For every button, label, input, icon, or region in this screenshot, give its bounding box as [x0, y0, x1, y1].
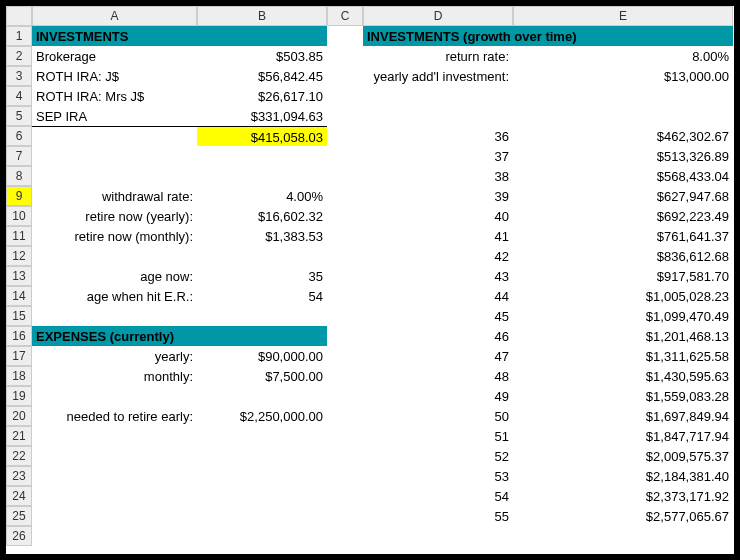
cell[interactable]	[32, 306, 197, 326]
growth-val[interactable]: $2,577,065.67	[513, 506, 733, 526]
growth-age[interactable]: 38	[363, 166, 513, 186]
cell[interactable]	[327, 46, 363, 66]
row-header-20[interactable]: 20	[6, 406, 32, 426]
row-header-10[interactable]: 10	[6, 206, 32, 226]
label-roth-j[interactable]: ROTH IRA: J$	[32, 66, 197, 86]
cell[interactable]	[327, 66, 363, 86]
cell[interactable]	[32, 526, 197, 546]
cell[interactable]	[32, 146, 197, 166]
growth-val[interactable]: $1,099,470.49	[513, 306, 733, 326]
cell[interactable]	[197, 306, 327, 326]
val-roth-j[interactable]: $56,842.45	[197, 66, 327, 86]
col-header-E[interactable]: E	[513, 6, 733, 26]
cell[interactable]	[327, 366, 363, 386]
cell[interactable]	[327, 146, 363, 166]
row-header-23[interactable]: 23	[6, 466, 32, 486]
row-header-14[interactable]: 14	[6, 286, 32, 306]
label-age-now[interactable]: age now:	[32, 266, 197, 286]
row-header-18[interactable]: 18	[6, 366, 32, 386]
growth-val[interactable]: $1,201,468.13	[513, 326, 733, 346]
cell[interactable]	[327, 166, 363, 186]
growth-val[interactable]: $513,326.89	[513, 146, 733, 166]
cell[interactable]	[197, 386, 327, 406]
row-header-9[interactable]: 9	[6, 186, 32, 206]
row-header-4[interactable]: 4	[6, 86, 32, 106]
val-age-er[interactable]: 54	[197, 286, 327, 306]
row-header-26[interactable]: 26	[6, 526, 32, 546]
cell[interactable]	[327, 186, 363, 206]
growth-val[interactable]: $1,430,595.63	[513, 366, 733, 386]
growth-val[interactable]: $1,005,028.23	[513, 286, 733, 306]
cell[interactable]	[327, 426, 363, 446]
growth-age[interactable]: 52	[363, 446, 513, 466]
growth-val[interactable]: $2,009,575.37	[513, 446, 733, 466]
cell[interactable]	[32, 166, 197, 186]
label-retire-monthly[interactable]: retire now (monthly):	[32, 226, 197, 246]
val-sep[interactable]: $331,094.63	[197, 106, 327, 126]
cell[interactable]	[197, 246, 327, 266]
row-header-7[interactable]: 7	[6, 146, 32, 166]
cell[interactable]	[327, 386, 363, 406]
row-header-11[interactable]: 11	[6, 226, 32, 246]
growth-val[interactable]: $836,612.68	[513, 246, 733, 266]
growth-val[interactable]: $1,847,717.94	[513, 426, 733, 446]
label-exp-monthly[interactable]: monthly:	[32, 366, 197, 386]
val-age-now[interactable]: 35	[197, 266, 327, 286]
row-header-21[interactable]: 21	[6, 426, 32, 446]
label-addl-investment[interactable]: yearly add'l investment:	[363, 66, 513, 86]
cell[interactable]	[32, 506, 197, 526]
cell[interactable]	[327, 326, 363, 346]
label-return-rate[interactable]: return rate:	[363, 46, 513, 66]
cell[interactable]	[363, 106, 513, 126]
cell[interactable]	[363, 86, 513, 106]
val-exp-monthly[interactable]: $7,500.00	[197, 366, 327, 386]
cell[interactable]	[327, 346, 363, 366]
col-header-D[interactable]: D	[363, 6, 513, 26]
val-retire-monthly[interactable]: $1,383.53	[197, 226, 327, 246]
val-needed[interactable]: $2,250,000.00	[197, 406, 327, 426]
cell[interactable]	[327, 26, 363, 46]
cell[interactable]	[363, 526, 513, 546]
row-header-12[interactable]: 12	[6, 246, 32, 266]
val-brokerage[interactable]: $503.85	[197, 46, 327, 66]
cell[interactable]	[513, 526, 733, 546]
val-retire-yearly[interactable]: $16,602.32	[197, 206, 327, 226]
cell[interactable]	[327, 506, 363, 526]
cell[interactable]	[197, 486, 327, 506]
cell[interactable]	[32, 246, 197, 266]
header-expenses[interactable]: EXPENSES (currently)	[32, 326, 197, 346]
label-age-er[interactable]: age when hit E.R.:	[32, 286, 197, 306]
growth-val[interactable]: $2,184,381.40	[513, 466, 733, 486]
row-header-3[interactable]: 3	[6, 66, 32, 86]
growth-val[interactable]: $568,433.04	[513, 166, 733, 186]
label-needed[interactable]: needed to retire early:	[32, 406, 197, 426]
growth-age[interactable]: 43	[363, 266, 513, 286]
cell[interactable]	[327, 226, 363, 246]
label-sep[interactable]: SEP IRA	[32, 106, 197, 126]
row-header-25[interactable]: 25	[6, 506, 32, 526]
cell[interactable]	[327, 466, 363, 486]
cell[interactable]	[327, 86, 363, 106]
row-header-19[interactable]: 19	[6, 386, 32, 406]
row-header-16[interactable]: 16	[6, 326, 32, 346]
growth-val[interactable]: $917,581.70	[513, 266, 733, 286]
cell[interactable]	[197, 146, 327, 166]
growth-val[interactable]: $462,302.67	[513, 126, 733, 146]
growth-age[interactable]: 54	[363, 486, 513, 506]
cell[interactable]	[197, 326, 327, 346]
label-withdrawal[interactable]: withdrawal rate:	[32, 186, 197, 206]
cell[interactable]	[327, 286, 363, 306]
val-addl-investment[interactable]: $13,000.00	[513, 66, 733, 86]
growth-age[interactable]: 41	[363, 226, 513, 246]
growth-age[interactable]: 37	[363, 146, 513, 166]
row-header-6[interactable]: 6	[6, 126, 32, 146]
val-withdrawal[interactable]: 4.00%	[197, 186, 327, 206]
cell[interactable]	[327, 206, 363, 226]
cell[interactable]	[197, 526, 327, 546]
label-retire-yearly[interactable]: retire now (yearly):	[32, 206, 197, 226]
col-header-A[interactable]: A	[32, 6, 197, 26]
growth-val[interactable]: $761,641.37	[513, 226, 733, 246]
cell[interactable]	[327, 126, 363, 146]
growth-val[interactable]: $2,373,171.92	[513, 486, 733, 506]
cell[interactable]	[197, 466, 327, 486]
